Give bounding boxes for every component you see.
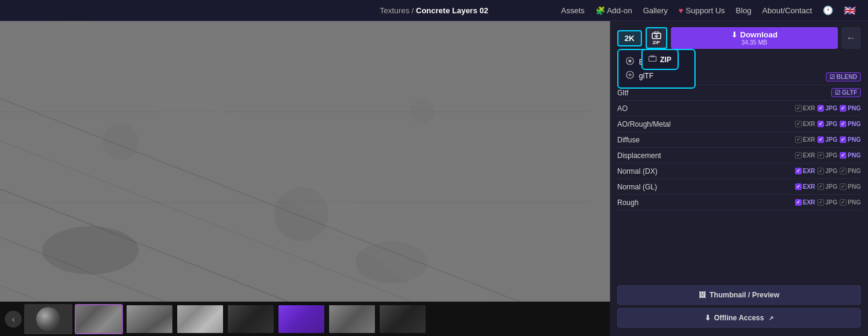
support-us-label: Support Us xyxy=(686,6,725,15)
download-size: 34.35 MB xyxy=(741,39,767,46)
thumb-item-2[interactable] xyxy=(75,304,123,334)
zip-dropdown: ZIP xyxy=(641,49,679,70)
right-panel: 2K ZIP ⬇ xyxy=(610,21,868,336)
nav-assets[interactable]: Assets xyxy=(561,6,585,15)
badge-disp-exr[interactable]: ✓ EXR xyxy=(795,152,816,159)
badge-arm-jpg[interactable]: ✓ JPG xyxy=(817,121,837,127)
thumb-item-3[interactable] xyxy=(125,304,174,334)
thumbnail-preview-button[interactable]: 🖼 Thumbnail / Preview xyxy=(617,285,861,305)
file-row-ao-rough-metal: AO/Rough/Metal ✓ EXR ✓ JPG ✓ PNG xyxy=(617,116,861,132)
tooltip-gltf-label: glTF xyxy=(639,72,653,80)
badge-ndx-exr[interactable]: ✓ EXR xyxy=(795,168,816,174)
breadcrumb-title: Concrete Layers 02 xyxy=(416,6,488,15)
top-navigation: Textures / Concrete Layers 02 Assets 🧩 A… xyxy=(0,0,868,21)
file-badges-ao-rough-metal: ✓ EXR ✓ JPG ✓ PNG xyxy=(795,121,861,127)
badge-ao-jpg[interactable]: ✓ JPG xyxy=(817,105,837,112)
badge-rough-png[interactable]: ✓ PNG xyxy=(840,199,861,206)
badge-diffuse-jpg[interactable]: ✓ JPG xyxy=(817,136,837,143)
badge-disp-jpg[interactable]: ✓ JPG xyxy=(817,152,837,159)
zip-format-button[interactable]: ZIP xyxy=(646,27,667,49)
file-name-ao: AO xyxy=(617,104,795,113)
file-row-diffuse: Diffuse ✓ EXR ✓ JPG ✓ PNG xyxy=(617,132,861,148)
badge-blend[interactable]: ☑ BLEND xyxy=(826,72,861,81)
zip-dropdown-icon xyxy=(649,55,656,64)
svg-point-18 xyxy=(629,60,632,63)
tooltip-gltf-item[interactable]: glTF xyxy=(626,69,687,83)
download-arrow-icon: ⬇ xyxy=(731,30,738,39)
download-top-row: 2K ZIP ⬇ xyxy=(617,27,861,49)
breadcrumb: Textures / Concrete Layers 02 xyxy=(380,6,488,15)
file-name-rough: Rough xyxy=(617,198,795,207)
download-label: Download xyxy=(740,30,778,39)
file-badges-gltf: ☑ GLTF xyxy=(831,88,861,97)
badge-diffuse-exr[interactable]: ✓ EXR xyxy=(795,136,816,143)
thumb-item-6[interactable] xyxy=(277,304,326,334)
thumb-item-8[interactable] xyxy=(379,304,427,334)
file-format-table: Blend ☑ BLEND Gltf ☑ GLTF AO ✓ EXR ✓ JPG… xyxy=(610,69,868,281)
file-row-normal-gl: Normal (GL) ✓ EXR ✓ JPG ✓ PNG xyxy=(617,179,861,195)
badge-ndx-jpg[interactable]: ✓ JPG xyxy=(817,168,837,174)
badge-ao-exr[interactable]: ✓ EXR xyxy=(795,105,816,112)
badge-rough-exr[interactable]: ✓ EXR xyxy=(795,199,816,206)
breadcrumb-textures[interactable]: Textures xyxy=(380,6,409,15)
file-row-displacement: Displacement ✓ EXR ✓ JPG ✓ PNG xyxy=(617,148,861,163)
badge-ngl-png[interactable]: ✓ PNG xyxy=(840,183,861,190)
download-button[interactable]: ⬇ Download 34.35 MB xyxy=(671,27,838,49)
history-icon[interactable]: 🕐 xyxy=(823,5,833,15)
external-link-icon: ↗ xyxy=(769,315,773,322)
heart-icon: ♥ xyxy=(679,6,684,15)
file-badges-blend: ☑ BLEND xyxy=(826,72,861,81)
download-area: 2K ZIP ⬇ xyxy=(610,21,868,59)
file-badges-ao: ✓ EXR ✓ JPG ✓ PNG xyxy=(795,105,861,112)
svg-point-11 xyxy=(42,226,139,274)
badge-arm-png[interactable]: ✓ PNG xyxy=(840,121,861,127)
badge-ngl-jpg[interactable]: ✓ JPG xyxy=(817,183,837,190)
back-arrow-icon: ← xyxy=(846,33,856,43)
badge-ndx-png[interactable]: ✓ PNG xyxy=(840,168,861,174)
file-row-normal-dx: Normal (DX) ✓ EXR ✓ JPG ✓ PNG xyxy=(617,163,861,179)
offline-access-button[interactable]: ⬇ Offline Access ↗ xyxy=(617,308,861,328)
badge-ngl-exr[interactable]: ✓ EXR xyxy=(795,183,816,190)
file-name-normal-gl: Normal (GL) xyxy=(617,183,795,191)
thumb-item-7[interactable] xyxy=(328,304,376,334)
file-name-diffuse: Diffuse xyxy=(617,136,795,144)
svg-point-10 xyxy=(410,100,434,124)
file-badges-normal-dx: ✓ EXR ✓ JPG ✓ PNG xyxy=(795,168,861,174)
badge-arm-exr[interactable]: ✓ EXR xyxy=(795,121,816,127)
badge-disp-png[interactable]: ✓ PNG xyxy=(840,152,861,159)
left-panel: ‹ xyxy=(0,21,610,336)
file-row-ao: AO ✓ EXR ✓ JPG ✓ PNG xyxy=(617,101,861,116)
nav-about[interactable]: About/Contact xyxy=(763,6,812,15)
file-badges-displacement: ✓ EXR ✓ JPG ✓ PNG xyxy=(795,152,861,159)
nav-links: Assets 🧩 Add-on Gallery ♥ Support Us Blo… xyxy=(561,5,856,16)
language-flag-icon[interactable]: 🇬🇧 xyxy=(844,5,856,16)
file-badges-rough: ✓ EXR ✓ JPG ✓ PNG xyxy=(795,199,861,206)
zip-dropdown-label: ZIP xyxy=(660,55,671,64)
blend-file-icon xyxy=(626,57,634,67)
thumb-item-4[interactable] xyxy=(176,304,224,334)
nav-blog[interactable]: Blog xyxy=(736,6,752,15)
badge-ao-png[interactable]: ✓ PNG xyxy=(840,105,861,112)
nav-addon[interactable]: 🧩 Add-on xyxy=(596,6,632,15)
support-us-link[interactable]: ♥ Support Us xyxy=(679,6,725,15)
svg-point-8 xyxy=(102,124,139,160)
badge-gltf[interactable]: ☑ GLTF xyxy=(831,88,861,97)
file-badges-normal-gl: ✓ EXR ✓ JPG ✓ PNG xyxy=(795,183,861,190)
thumb-prev-button[interactable]: ‹ xyxy=(5,311,22,328)
file-row-rough: Rough ✓ EXR ✓ JPG ✓ PNG xyxy=(617,195,861,211)
nav-gallery[interactable]: Gallery xyxy=(643,6,668,15)
file-name-gltf: Gltf xyxy=(617,89,831,97)
badge-diffuse-png[interactable]: ✓ PNG xyxy=(840,136,861,143)
thumb-item-1[interactable] xyxy=(24,304,72,334)
svg-rect-15 xyxy=(655,31,658,34)
main-layout: ‹ xyxy=(0,21,868,336)
thumbnail-strip: ‹ xyxy=(0,302,610,336)
back-button[interactable]: ← xyxy=(841,27,861,49)
badge-rough-jpg[interactable]: ✓ JPG xyxy=(817,199,837,206)
zip-icon xyxy=(652,31,661,40)
zip-dropdown-row: ZIP xyxy=(649,54,671,65)
thumb-item-5[interactable] xyxy=(227,304,275,334)
main-texture-image[interactable] xyxy=(0,21,610,302)
resolution-2k-button[interactable]: 2K xyxy=(617,30,642,46)
gltf-file-icon xyxy=(626,71,634,81)
